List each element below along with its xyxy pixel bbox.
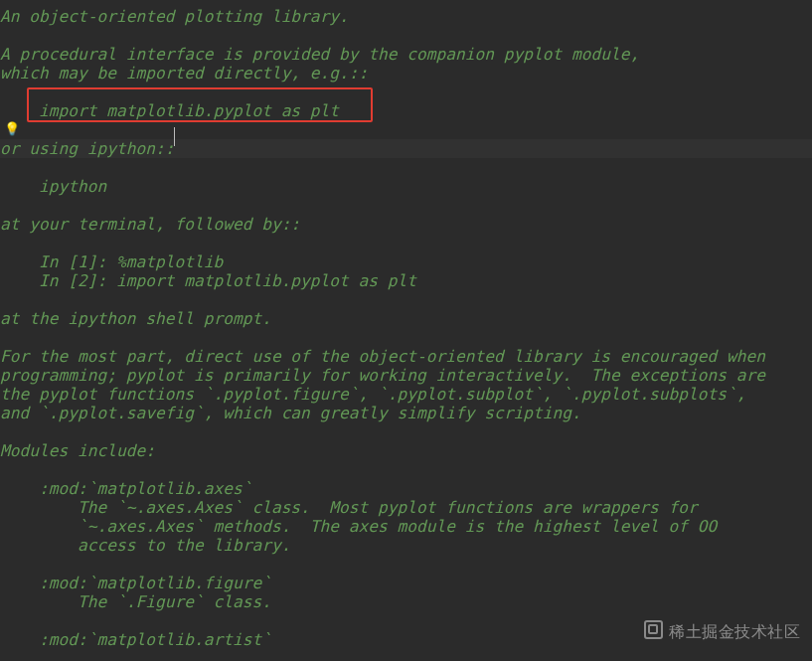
code-line	[0, 158, 812, 177]
code-line-active: or using ipython::	[0, 139, 812, 158]
lightbulb-icon[interactable]: 💡	[4, 119, 20, 138]
code-line: access to the library.	[0, 536, 812, 555]
code-line: and `.pyplot.savefig`, which can greatly…	[0, 404, 812, 422]
code-line: """	[0, 0, 812, 7]
code-line: ipython	[0, 177, 812, 196]
code-line	[0, 555, 812, 574]
code-line	[0, 120, 812, 139]
code-line: programming; pyplot is primarily for wor…	[0, 366, 812, 385]
watermark-logo-icon	[644, 620, 663, 639]
code-line: at your terminal, followed by::	[0, 215, 812, 234]
code-editor[interactable]: """ An object-oriented plotting library.…	[0, 0, 812, 649]
code-line	[0, 26, 812, 45]
code-line	[0, 422, 812, 441]
code-line: An object-oriented plotting library.	[0, 7, 812, 26]
code-line: which may be imported directly, e.g.::	[0, 64, 812, 83]
code-line: The `.Figure` class.	[0, 592, 812, 611]
annotation-highlight-box	[27, 87, 373, 122]
code-line: Modules include:	[0, 441, 812, 460]
code-line: In [1]: %matplotlib	[0, 252, 812, 271]
watermark-label: 稀土掘金技术社区	[644, 620, 800, 641]
code-line: the pyplot functions `.pyplot.figure`, `…	[0, 385, 812, 404]
code-line	[0, 290, 812, 309]
code-line	[0, 460, 812, 479]
code-line: A procedural interface is provided by th…	[0, 45, 812, 64]
code-line: :mod:`matplotlib.axes`	[0, 479, 812, 498]
code-line	[0, 196, 812, 215]
watermark-text: 稀土掘金技术社区	[669, 623, 800, 640]
code-line	[0, 328, 812, 347]
text-caret	[174, 127, 175, 146]
code-line: In [2]: import matplotlib.pyplot as plt	[0, 271, 812, 290]
code-line: `~.axes.Axes` methods. The axes module i…	[0, 517, 812, 536]
code-line: :mod:`matplotlib.figure`	[0, 574, 812, 592]
code-line: The `~.axes.Axes` class. Most pyplot fun…	[0, 498, 812, 517]
code-line	[0, 234, 812, 252]
code-line: For the most part, direct use of the obj…	[0, 347, 812, 366]
code-line: at the ipython shell prompt.	[0, 309, 812, 328]
